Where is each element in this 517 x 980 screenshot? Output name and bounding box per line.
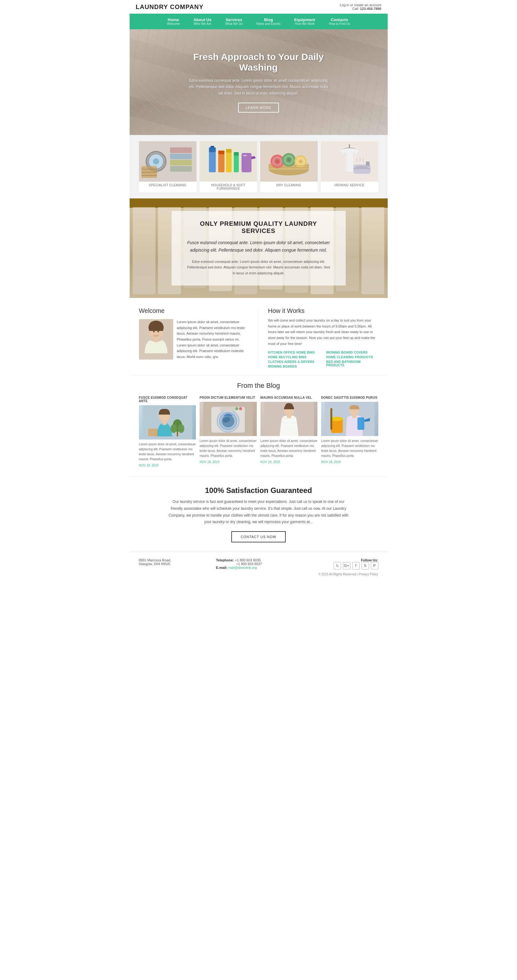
household-label: HOUSEHOLD & SOFT FURNISHINGS xyxy=(200,181,257,192)
nav-services[interactable]: Services What We Do xyxy=(218,14,250,29)
call-label: Call: xyxy=(352,7,359,11)
how-list-item: HOME CLEANING PRODUCTS xyxy=(326,355,378,360)
blog-heading: From the Blog xyxy=(139,382,378,390)
footer-phone1: +1 800 603 6035 xyxy=(235,558,261,562)
svg-rect-5 xyxy=(170,154,192,159)
welcome-avatar xyxy=(139,319,173,360)
nav-about-sub: Who We Are xyxy=(193,22,211,25)
svg-rect-4 xyxy=(170,148,192,153)
nav-home[interactable]: Home Welcome xyxy=(160,14,187,29)
google-plus-icon[interactable]: G+ xyxy=(343,562,350,570)
privacy-policy-link[interactable]: Privacy Policy xyxy=(359,573,378,576)
footer: 8901 Marmora Road, Glasgow, D04 89GR. Te… xyxy=(130,552,388,582)
nav-home-main: Home xyxy=(167,18,180,22)
footer-address: 8901 Marmora Road, Glasgow, D04 89GR. xyxy=(139,558,210,566)
footer-follow-label: Follow Us: xyxy=(307,558,378,562)
blog-card-4-date: NOV 18, 2015 xyxy=(321,460,378,464)
service-tile-dry[interactable]: DRY CLEANING xyxy=(260,141,318,192)
how-list-item: KITCHEN OFFICE HOME BINS xyxy=(268,350,320,355)
social-icons-row: 𝕏 G+ f S P xyxy=(307,562,378,570)
svg-rect-16 xyxy=(218,154,224,172)
blog-card-4-image xyxy=(321,402,378,436)
blog3-svg xyxy=(260,402,318,436)
satisfaction-heading: 100% Satisfaction Guaranteed xyxy=(139,486,378,495)
how-list-item: IRONING BOARDS xyxy=(268,364,320,369)
svg-rect-18 xyxy=(226,152,232,172)
welcome-heading: Welcome xyxy=(139,307,249,315)
blog-card-3-date: NOV 18, 2015 xyxy=(260,460,318,464)
nav-contacts[interactable]: Contacts How to Find Us xyxy=(322,14,357,29)
svg-point-58 xyxy=(178,424,184,433)
footer-phone2: +1 800 603 6037 xyxy=(236,562,262,566)
how-it-works-section: How it Works We will come and collect yo… xyxy=(258,307,378,369)
blog-card-2[interactable]: PROIN DICTUM ELEMENTUM VELIT xyxy=(200,396,257,467)
nav-blog-sub: News and Events xyxy=(257,22,281,25)
nav-about[interactable]: About Us Who We Are xyxy=(187,14,218,29)
welcome-inner: Lorem ipsum dolor sit amet, consectetuer… xyxy=(139,319,249,360)
welcome-text: Lorem ipsum dolor sit amet, consectetuer… xyxy=(177,319,249,360)
blog-card-3-image xyxy=(260,402,318,436)
top-right-info: Log in or create an account Call: 123-45… xyxy=(340,3,381,11)
nav-blog-main: Blog xyxy=(257,18,281,22)
dry-cleaning-svg xyxy=(260,141,318,181)
footer-email-row: E-mail: mail@demoink.org xyxy=(216,566,301,570)
footer-telephone-label: Telephone: xyxy=(216,558,234,562)
how-list-item: BED AND BATHROOM PRODUCTS xyxy=(326,360,378,368)
blog-card-1-title: FUSCE EUISMOD CONSEQUAT ANTE xyxy=(139,396,196,403)
nav-blog[interactable]: Blog News and Events xyxy=(250,14,287,29)
blog-grid: FUSCE EUISMOD CONSEQUAT ANTE xyxy=(139,396,378,467)
footer-contact: Telephone: +1 800 603 6035 +1 800 603 60… xyxy=(216,558,301,570)
facebook-icon[interactable]: f xyxy=(352,562,360,570)
svg-rect-19 xyxy=(226,149,232,153)
nav-home-sub: Welcome xyxy=(167,22,180,25)
follow-label: Follow Us: xyxy=(361,558,378,562)
svg-point-30 xyxy=(276,160,279,163)
parallax-section: ONLY PREMIUM QUALITY LAUNDRY SERVICES Fu… xyxy=(130,199,388,298)
svg-rect-65 xyxy=(220,406,236,411)
blog-card-1-body: Lorem ipsum dolor sit amet, consectetuer… xyxy=(139,442,196,462)
welcome-person-svg xyxy=(139,319,173,360)
svg-rect-23 xyxy=(243,155,247,156)
twitter-icon[interactable]: 𝕏 xyxy=(333,562,341,570)
how-list-item: CLOTHES AIRERS & DRYERS xyxy=(268,360,320,364)
svg-rect-44 xyxy=(366,161,370,166)
services-grid: SPECIALIST CLEANING HOUSEHOLD xyxy=(130,135,388,199)
svg-point-66 xyxy=(239,407,242,410)
blog-card-1-date: NOV 18, 2015 xyxy=(139,464,196,467)
footer-addr-line1: 8901 Marmora Road, xyxy=(139,558,210,562)
blog-card-2-image xyxy=(200,402,257,436)
svg-rect-20 xyxy=(234,155,239,172)
service-tile-household[interactable]: HOUSEHOLD & SOFT FURNISHINGS xyxy=(200,141,257,192)
blog-card-1[interactable]: FUSCE EUISMOD CONSEQUAT ANTE xyxy=(139,396,196,467)
footer-social: Follow Us: 𝕏 G+ f S P © 2015 All Rights … xyxy=(307,558,378,576)
svg-point-3 xyxy=(153,158,159,164)
household-image xyxy=(200,141,257,181)
nav-equipment[interactable]: Equipment How We Work xyxy=(287,14,322,29)
skype-icon[interactable]: S xyxy=(362,562,369,570)
dry-cleaning-label: DRY CLEANING xyxy=(260,181,318,189)
svg-point-49 xyxy=(153,331,154,332)
service-tile-ironing[interactable]: IRONING SERVICE xyxy=(321,141,378,192)
nav-contacts-main: Contacts xyxy=(329,18,350,22)
blog-card-4[interactable]: DONEC SAGITTIS EUISMOD PURUS xyxy=(321,396,378,467)
blog-card-3[interactable]: MAURIS ACCUMSAN NULLA VEL Lore xyxy=(260,396,318,467)
blog-card-2-date: NOV 18, 2015 xyxy=(200,460,257,464)
hero-title: Fresh Approach to Your Daily Washing xyxy=(187,52,330,73)
parallax-content: ONLY PREMIUM QUALITY LAUNDRY SERVICES Fu… xyxy=(171,211,346,285)
blog-card-4-body: Lorem ipsum dolor sit amet, consectetuer… xyxy=(321,439,378,458)
specialist-cleaning-label: SPECIALIST CLEANING xyxy=(139,181,197,189)
svg-point-70 xyxy=(285,403,293,408)
svg-rect-15 xyxy=(211,146,214,148)
svg-point-50 xyxy=(157,331,159,332)
blog2-svg xyxy=(200,402,257,436)
blog1-svg xyxy=(139,405,196,439)
contact-us-button[interactable]: CONTACT US NOW xyxy=(231,531,285,542)
service-tile-specialist[interactable]: SPECIALIST CLEANING xyxy=(139,141,197,192)
pinterest-icon[interactable]: P xyxy=(371,562,378,570)
blog-card-2-title: PROIN DICTUM ELEMENTUM VELIT xyxy=(200,396,257,399)
login-text[interactable]: Log in or create an account xyxy=(340,3,381,7)
copyright-text: © 2015 All Rights Reserved xyxy=(318,573,356,576)
footer-email[interactable]: mail@demoink.org xyxy=(228,566,257,570)
nav-about-main: About Us xyxy=(193,18,211,22)
learn-more-button[interactable]: LEARN MORE xyxy=(238,103,279,113)
